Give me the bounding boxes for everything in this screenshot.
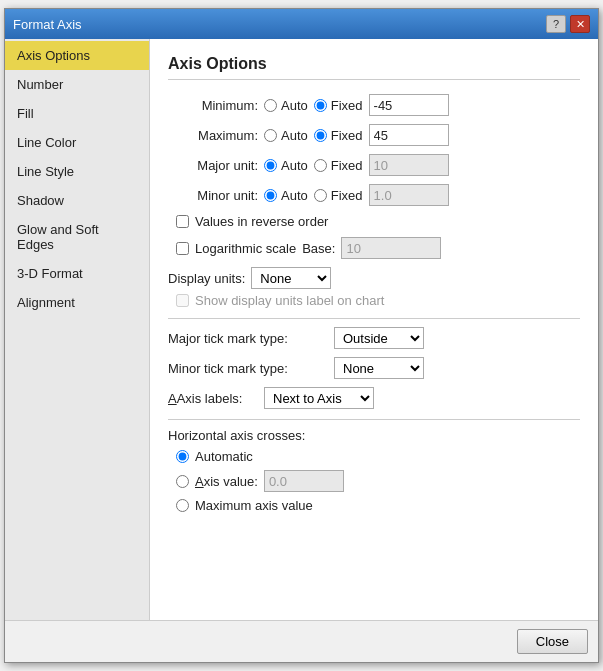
content-title: Axis Options [168,55,580,80]
axis-value-input[interactable]: 0.0 [264,470,344,492]
separator-2 [168,419,580,420]
minor-unit-row: Minor unit: Auto Fixed 1.0 [168,184,580,206]
minimum-auto-label[interactable]: Auto [281,98,308,113]
major-tick-row: Major tick mark type: Outside Inside Cro… [168,327,580,349]
minor-tick-dropdown[interactable]: None Inside Outside Cross [334,357,424,379]
sidebar-item-number[interactable]: Number [5,70,149,99]
axis-labels-select[interactable]: Next to Axis High Low None [264,387,374,409]
dialog-body: Axis Options Number Fill Line Color Line… [5,39,598,620]
dialog-footer: Close [5,620,598,662]
minor-fixed-label[interactable]: Fixed [331,188,363,203]
minimum-auto-group: Auto [264,98,308,113]
minimum-fixed-group: Fixed [314,98,363,113]
dialog-title: Format Axis [13,17,82,32]
minor-tick-select[interactable]: None Inside Outside Cross [334,357,424,379]
values-reverse-row: Values in reverse order [168,214,580,229]
minimum-value-input[interactable]: -45 [369,94,449,116]
minimum-fixed-label[interactable]: Fixed [331,98,363,113]
base-label: Base: [302,241,335,256]
haxis-value-radio[interactable] [176,475,189,488]
sidebar-item-alignment[interactable]: Alignment [5,288,149,317]
sidebar-item-shadow[interactable]: Shadow [5,186,149,215]
minor-auto-group: Auto [264,188,308,203]
maximum-fixed-radio[interactable] [314,129,327,142]
major-fixed-radio[interactable] [314,159,327,172]
logarithmic-checkbox[interactable] [176,242,189,255]
maximum-fixed-group: Fixed [314,128,363,143]
minor-auto-label[interactable]: Auto [281,188,308,203]
minimum-fixed-radio[interactable] [314,99,327,112]
max-axis-row: Maximum axis value [168,498,580,513]
base-value-input[interactable]: 10 [341,237,441,259]
logarithmic-label[interactable]: Logarithmic scale [195,241,296,256]
content-area: Axis Options Minimum: Auto Fixed -45 Max… [150,39,598,620]
show-display-checkbox[interactable] [176,294,189,307]
values-reverse-checkbox[interactable] [176,215,189,228]
minimum-row: Minimum: Auto Fixed -45 [168,94,580,116]
sidebar: Axis Options Number Fill Line Color Line… [5,39,150,620]
display-units-row: Display units: None [168,267,580,289]
maximum-label: Maximum: [168,128,258,143]
window-close-button[interactable]: ✕ [570,15,590,33]
maximum-auto-label[interactable]: Auto [281,128,308,143]
automatic-label[interactable]: Automatic [195,449,253,464]
minimum-label: Minimum: [168,98,258,113]
show-display-label: Show display units label on chart [195,293,384,308]
sidebar-item-line-style[interactable]: Line Style [5,157,149,186]
display-units-label: Display units: [168,271,245,286]
sidebar-item-glow-soft-edges[interactable]: Glow and Soft Edges [5,215,149,259]
values-reverse-label[interactable]: Values in reverse order [195,214,328,229]
minor-unit-value-input[interactable]: 1.0 [369,184,449,206]
axis-labels-label: AAxis labels: [168,391,258,406]
minor-tick-row: Minor tick mark type: None Inside Outsid… [168,357,580,379]
major-auto-label[interactable]: Auto [281,158,308,173]
minor-fixed-radio[interactable] [314,189,327,202]
minor-auto-radio[interactable] [264,189,277,202]
sidebar-item-line-color[interactable]: Line Color [5,128,149,157]
maximum-auto-radio[interactable] [264,129,277,142]
axis-value-row: Axis value: 0.0 [168,470,580,492]
major-unit-row: Major unit: Auto Fixed 10 [168,154,580,176]
maximum-row: Maximum: Auto Fixed 45 [168,124,580,146]
major-tick-select[interactable]: Outside Inside Cross None [334,327,424,349]
maximum-fixed-label[interactable]: Fixed [331,128,363,143]
major-auto-group: Auto [264,158,308,173]
haxis-auto-radio[interactable] [176,450,189,463]
major-fixed-label[interactable]: Fixed [331,158,363,173]
horiz-crosses-section-label: Horizontal axis crosses: [168,428,580,443]
axis-labels-dropdown[interactable]: Next to Axis High Low None [264,387,374,409]
logarithmic-row: Logarithmic scale Base: 10 [168,237,580,259]
major-tick-label: Major tick mark type: [168,331,328,346]
show-display-row: Show display units label on chart [168,293,580,308]
major-unit-label: Major unit: [168,158,258,173]
sidebar-item-3d-format[interactable]: 3-D Format [5,259,149,288]
major-fixed-group: Fixed [314,158,363,173]
title-bar-buttons: ? ✕ [546,15,590,33]
major-tick-dropdown[interactable]: Outside Inside Cross None [334,327,424,349]
haxis-max-radio[interactable] [176,499,189,512]
automatic-row: Automatic [168,449,580,464]
maximum-auto-group: Auto [264,128,308,143]
title-bar: Format Axis ? ✕ [5,9,598,39]
maximum-value-input[interactable]: 45 [369,124,449,146]
axis-labels-row: AAxis labels: Next to Axis High Low None [168,387,580,409]
sidebar-item-axis-options[interactable]: Axis Options [5,41,149,70]
display-units-select[interactable]: None [251,267,331,289]
separator-1 [168,318,580,319]
minor-fixed-group: Fixed [314,188,363,203]
minor-tick-label: Minor tick mark type: [168,361,328,376]
minor-unit-label: Minor unit: [168,188,258,203]
format-axis-dialog: Format Axis ? ✕ Axis Options Number Fill… [4,8,599,663]
display-units-dropdown[interactable]: None [251,267,331,289]
close-button[interactable]: Close [517,629,588,654]
axis-value-label: Axis value: [195,474,258,489]
help-button[interactable]: ? [546,15,566,33]
minimum-auto-radio[interactable] [264,99,277,112]
major-unit-value-input[interactable]: 10 [369,154,449,176]
max-axis-label[interactable]: Maximum axis value [195,498,313,513]
sidebar-item-fill[interactable]: Fill [5,99,149,128]
major-auto-radio[interactable] [264,159,277,172]
